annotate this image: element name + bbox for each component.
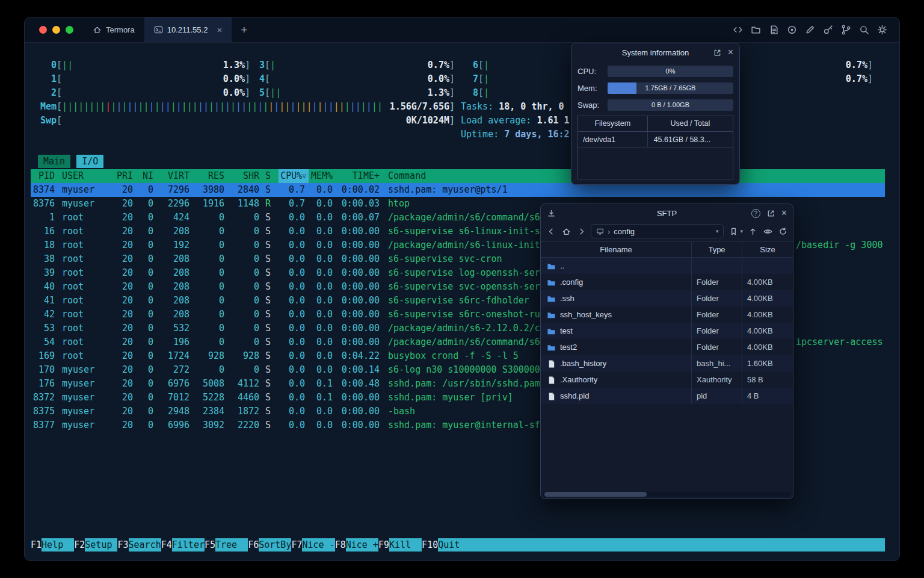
minimize-window-button[interactable] bbox=[52, 26, 60, 34]
tab-close-icon[interactable]: × bbox=[217, 25, 222, 34]
cell-time: 0:00.00 bbox=[336, 322, 383, 335]
home-icon[interactable] bbox=[561, 226, 571, 237]
cell-mem: 0.0 bbox=[309, 225, 336, 238]
column-size[interactable]: Size bbox=[742, 242, 793, 257]
column-state[interactable]: S bbox=[263, 169, 279, 183]
file-row[interactable]: sshd.pid pid 4 B bbox=[541, 388, 793, 404]
close-icon[interactable]: × bbox=[728, 48, 733, 57]
column-time[interactable]: TIME+ bbox=[336, 169, 383, 183]
cell-shr: 928 bbox=[228, 349, 263, 363]
open-in-window-icon[interactable] bbox=[713, 48, 722, 57]
fkey-button[interactable]: F10Quit bbox=[422, 538, 470, 552]
show-hidden-files-icon[interactable] bbox=[762, 226, 773, 237]
column-virt[interactable]: VIRT bbox=[157, 169, 193, 183]
fkey-button[interactable]: F2Setup bbox=[74, 538, 117, 552]
cell-cpu: 0.0 bbox=[279, 377, 309, 391]
zoom-window-button[interactable] bbox=[66, 26, 73, 34]
open-in-window-icon[interactable] bbox=[766, 209, 775, 218]
back-icon[interactable] bbox=[546, 226, 556, 237]
swap-meter: Swp0K/1024M bbox=[40, 114, 455, 128]
file-row[interactable]: test2 Folder 4.00KB bbox=[541, 339, 793, 355]
cpu-meter: 3|0.7%] bbox=[248, 58, 455, 72]
screen-tab[interactable]: Main bbox=[38, 155, 70, 168]
file-row[interactable]: .ssh Folder 4.00KB bbox=[541, 290, 793, 306]
folder-icon[interactable] bbox=[751, 25, 761, 35]
process-row[interactable]: 8374 myuser 20 0 7296 3980 2840 S 0.7 0.… bbox=[31, 183, 885, 197]
path-breadcrumb[interactable]: › config ▾ bbox=[591, 224, 724, 238]
htop-summary: Tasks: 18, 0 thr, 0 Load average: 1.61 1… bbox=[461, 100, 570, 141]
file-row[interactable]: ssh_host_keys Folder 4.00KB bbox=[541, 306, 793, 323]
fkey-button[interactable]: F8Nice + bbox=[335, 538, 378, 552]
column-type[interactable]: Type bbox=[691, 242, 742, 257]
cpu-meter: 0||1.3%] bbox=[40, 58, 250, 72]
cell-state: S bbox=[263, 405, 279, 418]
file-type bbox=[691, 258, 742, 274]
file-row[interactable]: .Xauthority Xauthority 58 B bbox=[541, 371, 793, 388]
file-row[interactable]: .bash_history bash_hi... 1.60KB bbox=[541, 355, 793, 371]
close-window-button[interactable] bbox=[39, 26, 47, 34]
cell-ni: 0 bbox=[137, 238, 157, 252]
fkey-number: F10 bbox=[422, 538, 438, 552]
tab-ssh-session[interactable]: 10.211.55.2 × bbox=[144, 17, 232, 42]
file-type: Folder bbox=[691, 323, 742, 339]
file-size: 4 B bbox=[742, 388, 793, 404]
help-icon[interactable]: ? bbox=[751, 209, 760, 218]
horizontal-scrollbar[interactable] bbox=[543, 492, 790, 497]
cell-user: myuser bbox=[58, 363, 116, 377]
close-icon[interactable]: × bbox=[781, 208, 787, 218]
tab-termora-home[interactable]: Termora bbox=[83, 17, 144, 42]
column-pri[interactable]: PRI bbox=[116, 169, 137, 183]
fkey-button[interactable]: F5Tree bbox=[205, 538, 248, 552]
new-tab-button[interactable]: + bbox=[232, 17, 256, 42]
edit-icon[interactable] bbox=[805, 25, 815, 35]
filesystem-table-header: Filesystem Used / Total bbox=[578, 116, 733, 132]
settings-icon[interactable] bbox=[877, 25, 887, 35]
refresh-icon[interactable] bbox=[777, 226, 788, 237]
download-icon[interactable] bbox=[547, 209, 556, 218]
fkey-button[interactable]: F3Search bbox=[117, 538, 161, 552]
scrollbar-thumb[interactable] bbox=[544, 492, 647, 497]
cell-cpu: 0.0 bbox=[279, 363, 309, 377]
column-filename[interactable]: Filename bbox=[541, 242, 691, 257]
column-res[interactable]: RES bbox=[193, 169, 228, 183]
forward-icon[interactable] bbox=[576, 226, 587, 237]
column-mem[interactable]: MEM% bbox=[309, 169, 336, 183]
file-row[interactable]: test Folder 4.00KB bbox=[541, 323, 793, 339]
branch-icon[interactable] bbox=[841, 25, 851, 35]
screen-tab[interactable]: I/O bbox=[76, 155, 103, 168]
fkey-button[interactable]: F6SortBy bbox=[248, 538, 291, 552]
file-name: .Xauthority bbox=[560, 375, 597, 384]
column-shr[interactable]: SHR bbox=[228, 169, 263, 183]
cell-command: sshd.pam: myuser@pts/1 bbox=[383, 183, 885, 197]
cell-res: 0 bbox=[193, 335, 228, 349]
cell-command-tail: ipcserver-access bbox=[796, 335, 883, 349]
cell-pid: 42 bbox=[31, 308, 58, 322]
cell-time: 0:00.02 bbox=[336, 183, 383, 197]
cpu-meter-id: 8 bbox=[462, 86, 478, 100]
column-cpu-sorted[interactable]: CPU%▽ bbox=[279, 169, 309, 183]
column-user[interactable]: USER bbox=[58, 169, 116, 183]
record-icon[interactable] bbox=[787, 25, 797, 35]
fkey-button[interactable]: F9Kill bbox=[378, 538, 422, 552]
key-icon[interactable] bbox=[823, 25, 833, 35]
parent-directory-icon[interactable] bbox=[747, 226, 758, 237]
file-name: test2 bbox=[560, 343, 577, 352]
swap-meter-value: 0K/1024M bbox=[406, 114, 455, 128]
fkey-button[interactable]: F7Nice - bbox=[291, 538, 334, 552]
fkey-label: SortBy bbox=[259, 538, 291, 552]
file-name: sshd.pid bbox=[560, 391, 589, 400]
bookmarks-control[interactable]: ▾ bbox=[728, 226, 743, 237]
search-icon[interactable] bbox=[859, 25, 869, 35]
bookmark-dropdown-icon[interactable]: ▾ bbox=[740, 228, 743, 234]
bookmark-icon[interactable] bbox=[728, 226, 739, 237]
fkey-button[interactable]: F1Help bbox=[31, 538, 74, 552]
column-ni[interactable]: NI bbox=[137, 169, 157, 183]
code-icon[interactable] bbox=[733, 25, 743, 35]
log-icon[interactable] bbox=[769, 25, 779, 35]
file-row[interactable]: .. bbox=[541, 258, 793, 274]
filesystem-row[interactable]: /dev/vda1 45.61GB / 58.3... bbox=[578, 132, 733, 148]
file-row[interactable]: .config Folder 4.00KB bbox=[541, 274, 793, 290]
fkey-button[interactable]: F4Filter bbox=[161, 538, 205, 552]
column-pid[interactable]: PID bbox=[31, 169, 58, 183]
breadcrumb-dropdown-icon[interactable]: ▾ bbox=[716, 228, 719, 234]
